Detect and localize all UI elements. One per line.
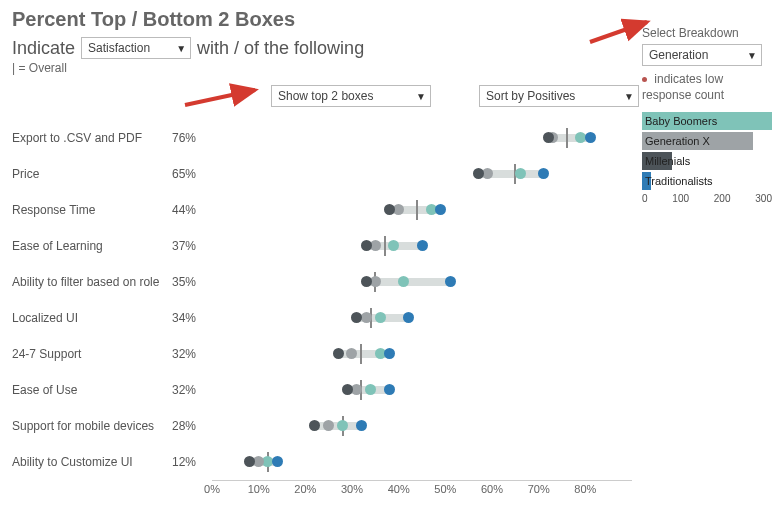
mini-legend-label: Baby Boomers [642, 115, 717, 127]
data-dot-millenials [342, 384, 353, 395]
breakdown-label: Select Breakdown [642, 26, 772, 40]
overall-value: 37% [172, 239, 212, 253]
overall-tick [384, 236, 386, 256]
category-label: Ease of Use [12, 383, 172, 397]
chart-row: Response Time44% [12, 192, 632, 228]
mini-legend-row: Traditionalists [642, 171, 772, 191]
data-dot-traditionalists [403, 312, 414, 323]
overall-tick [566, 128, 568, 148]
satisfaction-select-value: Satisfaction [88, 41, 150, 55]
mini-legend-row: Generation X [642, 131, 772, 151]
x-axis-label: 80% [574, 483, 596, 495]
legend-note-dot-icon [642, 77, 647, 82]
chart-area: Export to .CSV and PDF76%Price65%Respons… [12, 120, 632, 500]
mini-legend-axis-label: 300 [755, 193, 772, 204]
data-dot-traditionalists [435, 204, 446, 215]
chevron-down-icon: ▼ [416, 91, 426, 102]
row-plot [212, 156, 632, 192]
overall-value: 44% [172, 203, 212, 217]
data-dot-millenials [333, 348, 344, 359]
data-dot-traditionalists [384, 348, 395, 359]
data-dot-traditionalists [445, 276, 456, 287]
data-dot-millenials [361, 276, 372, 287]
overall-value: 28% [172, 419, 212, 433]
row-plot [212, 120, 632, 156]
overall-tick [360, 344, 362, 364]
show-boxes-value: Show top 2 boxes [278, 89, 373, 103]
x-axis-label: 30% [341, 483, 363, 495]
data-dot-traditionalists [384, 384, 395, 395]
mini-legend-axis: 0100200300 [642, 193, 772, 204]
row-plot [212, 264, 632, 300]
x-axis-label: 60% [481, 483, 503, 495]
category-label: Ease of Learning [12, 239, 172, 253]
mini-legend-axis-label: 100 [672, 193, 689, 204]
data-dot-millenials [361, 240, 372, 251]
chart-row: Ability to Customize UI12% [12, 444, 632, 480]
mini-legend-axis-label: 200 [714, 193, 731, 204]
category-label: Price [12, 167, 172, 181]
chart-row: Ease of Learning37% [12, 228, 632, 264]
chart-row: Export to .CSV and PDF76% [12, 120, 632, 156]
legend-note: indicates low response count [642, 72, 772, 103]
satisfaction-select[interactable]: Satisfaction ▼ [81, 37, 191, 59]
x-axis-label: 10% [248, 483, 270, 495]
indicate-suffix: with / of the following [197, 38, 364, 59]
mini-legend-label: Traditionalists [642, 175, 712, 187]
x-axis-label: 70% [528, 483, 550, 495]
data-dot-baby_boomers [515, 168, 526, 179]
data-dot-baby_boomers [375, 312, 386, 323]
breakdown-value: Generation [649, 48, 708, 62]
category-label: Localized UI [12, 311, 172, 325]
overall-value: 34% [172, 311, 212, 325]
data-dot-millenials [244, 456, 255, 467]
overall-value: 35% [172, 275, 212, 289]
mini-legend-label: Millenials [642, 155, 690, 167]
x-axis-label: 0% [204, 483, 220, 495]
overall-value: 32% [172, 347, 212, 361]
data-dot-millenials [543, 132, 554, 143]
chevron-down-icon: ▼ [747, 50, 757, 61]
x-axis-label: 40% [388, 483, 410, 495]
overall-tick [416, 200, 418, 220]
row-plot [212, 300, 632, 336]
row-plot [212, 336, 632, 372]
category-label: 24-7 Support [12, 347, 172, 361]
mini-legend-label: Generation X [642, 135, 710, 147]
data-dot-generation_x [361, 312, 372, 323]
row-plot [212, 228, 632, 264]
right-panel: Select Breakdown Generation ▼ indicates … [642, 26, 772, 204]
row-plot [212, 408, 632, 444]
data-dot-baby_boomers [398, 276, 409, 287]
category-label: Export to .CSV and PDF [12, 131, 172, 145]
chart-row: 24-7 Support32% [12, 336, 632, 372]
sort-by-select[interactable]: Sort by Positives ▼ [479, 85, 639, 107]
mini-legend-row: Millenials [642, 151, 772, 171]
legend-note-text: indicates low response count [642, 72, 724, 102]
overall-value: 65% [172, 167, 212, 181]
chevron-down-icon: ▼ [624, 91, 634, 102]
chart-row: Support for mobile devices28% [12, 408, 632, 444]
breakdown-select[interactable]: Generation ▼ [642, 44, 762, 66]
show-boxes-select[interactable]: Show top 2 boxes ▼ [271, 85, 431, 107]
mini-legend-row: Baby Boomers [642, 111, 772, 131]
data-dot-traditionalists [538, 168, 549, 179]
data-dot-traditionalists [417, 240, 428, 251]
row-plot [212, 192, 632, 228]
data-dot-traditionalists [272, 456, 283, 467]
overall-value: 32% [172, 383, 212, 397]
mini-legend-chart: Baby BoomersGeneration XMillenialsTradit… [642, 111, 772, 204]
mini-legend-axis-label: 0 [642, 193, 648, 204]
overall-value: 76% [172, 131, 212, 145]
data-dot-millenials [384, 204, 395, 215]
sort-by-value: Sort by Positives [486, 89, 575, 103]
indicate-prefix: Indicate [12, 38, 75, 59]
chart-row: Ability to filter based on role35% [12, 264, 632, 300]
data-dot-traditionalists [356, 420, 367, 431]
row-plot [212, 444, 632, 480]
x-axis-label: 50% [434, 483, 456, 495]
chevron-down-icon: ▼ [176, 43, 186, 54]
category-label: Ability to filter based on role [12, 275, 172, 289]
chart-row: Ease of Use32% [12, 372, 632, 408]
overall-value: 12% [172, 455, 212, 469]
